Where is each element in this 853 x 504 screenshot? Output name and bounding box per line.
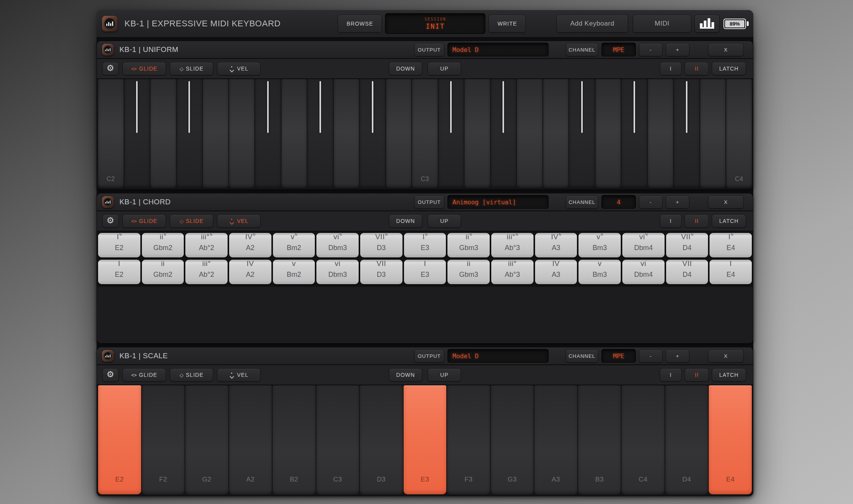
settings-button[interactable]: ⚙ (102, 62, 119, 75)
glide-button[interactable]: <>GLIDE (123, 214, 166, 228)
chord-pad-VII-D4[interactable]: VIID4 (666, 260, 708, 284)
output-display[interactable]: Model D (447, 43, 549, 57)
uniform-key-2[interactable] (124, 79, 150, 188)
chord-pad-iii-Ab3[interactable]: iii°Ab°3 (491, 260, 534, 284)
settings-button[interactable]: ⚙ (102, 368, 119, 381)
close-section-button[interactable]: X (708, 43, 744, 56)
uniform-key-3[interactable] (150, 79, 176, 188)
uniform-key-24[interactable] (700, 79, 726, 188)
chord-pad-I-E2[interactable]: IE2 (98, 260, 140, 284)
uniform-key-12[interactable] (386, 79, 412, 188)
browse-button[interactable]: BROWSE (338, 15, 382, 33)
channel-display[interactable]: MPE (601, 43, 636, 57)
scale-key-G2[interactable]: G2 (185, 385, 228, 494)
uniform-key-14[interactable] (439, 79, 464, 188)
scale-key-B2[interactable]: B2 (273, 385, 316, 494)
settings-button[interactable]: ⚙ (102, 214, 119, 228)
layer-two-button[interactable]: II (685, 368, 709, 381)
slide-button[interactable]: ◇SLIDE (170, 368, 213, 381)
scale-key-G3[interactable]: G3 (491, 385, 534, 494)
uniform-key-16[interactable] (491, 79, 516, 188)
chord-pad-ii6-Gbm2[interactable]: ii6Gbm2 (142, 233, 184, 257)
channel-minus-button[interactable]: - (639, 43, 663, 56)
output-button[interactable]: OUTPUT (414, 349, 444, 362)
octave-up-button[interactable]: UP (428, 368, 461, 381)
latch-button[interactable]: LATCH (712, 214, 746, 228)
uniform-key-10[interactable] (334, 79, 359, 188)
chord-pad-iii-Ab2[interactable]: iii°Ab°2 (185, 260, 228, 284)
channel-display[interactable]: MPE (601, 349, 636, 363)
close-section-button[interactable]: X (708, 349, 744, 362)
chord-pad-vi6-Dbm4[interactable]: vi6Dbm4 (622, 233, 665, 257)
octave-down-button[interactable]: DOWN (389, 62, 422, 75)
uniform-key-19[interactable] (569, 79, 595, 188)
chord-pad-vi-Dbm3[interactable]: viDbm3 (316, 260, 359, 284)
scale-key-F3[interactable]: F3 (447, 385, 490, 494)
channel-plus-button[interactable]: + (666, 349, 689, 362)
scale-key-C3[interactable]: C3 (316, 385, 359, 494)
channel-button[interactable]: CHANNEL (566, 43, 598, 56)
channel-display[interactable]: 4 (601, 195, 636, 209)
scale-key-D3[interactable]: D3 (360, 385, 403, 494)
chord-pad-ii-Gbm3[interactable]: iiGbm3 (447, 260, 490, 284)
session-display[interactable]: SESSION INIT (385, 13, 485, 34)
vel-button[interactable]: VEL (217, 368, 261, 381)
layer-two-button[interactable]: II (685, 62, 709, 75)
channel-minus-button[interactable]: - (639, 349, 663, 362)
vel-button[interactable]: VEL (217, 214, 261, 228)
slide-button[interactable]: ◇SLIDE (170, 62, 213, 75)
scale-key-E2[interactable]: E2 (98, 385, 141, 494)
chord-pad-vi6-Dbm3[interactable]: vi6Dbm3 (316, 233, 359, 257)
scale-key-F2[interactable]: F2 (142, 385, 185, 494)
uniform-key-8[interactable] (281, 79, 307, 188)
scale-key-A3[interactable]: A3 (534, 385, 577, 494)
uniform-key-25[interactable]: C4 (726, 79, 752, 188)
latch-button[interactable]: LATCH (712, 62, 746, 75)
glide-button[interactable]: <>GLIDE (123, 368, 166, 381)
uniform-key-18[interactable] (543, 79, 569, 188)
chord-pad-v6-Bm3[interactable]: v6Bm3 (578, 233, 621, 257)
channel-plus-button[interactable]: + (666, 195, 689, 209)
levels-button[interactable] (694, 15, 720, 33)
chord-pad-I-E4[interactable]: IE4 (710, 260, 752, 284)
scale-key-D4[interactable]: D4 (665, 385, 708, 494)
glide-button[interactable]: <>GLIDE (123, 62, 166, 75)
chord-pad-IV-A3[interactable]: IVA3 (535, 260, 577, 284)
vel-button[interactable]: VEL (217, 62, 261, 75)
chord-pad-VII6-D4[interactable]: VII6D4 (666, 233, 708, 257)
chord-pad-VII6-D3[interactable]: VII6D3 (360, 233, 402, 257)
add-keyboard-button[interactable]: Add Keyboard (556, 15, 628, 33)
chord-pad-I6-E4[interactable]: I6E4 (710, 233, 752, 257)
uniform-key-23[interactable] (674, 79, 699, 188)
uniform-key-13[interactable]: C3 (412, 79, 438, 188)
layer-two-button[interactable]: II (685, 214, 709, 228)
uniform-key-11[interactable] (360, 79, 385, 188)
output-button[interactable]: OUTPUT (414, 195, 444, 209)
uniform-key-20[interactable] (596, 79, 621, 188)
uniform-key-21[interactable] (622, 79, 647, 188)
octave-down-button[interactable]: DOWN (389, 214, 422, 228)
write-button[interactable]: WRITE (489, 15, 526, 33)
slide-button[interactable]: ◇SLIDE (170, 214, 213, 228)
chord-pad-IV-A2[interactable]: IVA2 (229, 260, 271, 284)
uniform-key-7[interactable] (255, 79, 281, 188)
latch-button[interactable]: LATCH (712, 368, 746, 381)
octave-up-button[interactable]: UP (428, 214, 461, 228)
uniform-key-9[interactable] (307, 79, 333, 188)
chord-pad-I6-E3[interactable]: I6E3 (404, 233, 446, 257)
channel-button[interactable]: CHANNEL (566, 349, 598, 362)
midi-button[interactable]: MIDI (633, 15, 691, 33)
chord-pad-I-E3[interactable]: IE3 (404, 260, 446, 284)
chord-pad-iii6-Ab2[interactable]: iii°6Ab°2 (185, 233, 228, 257)
scale-key-B3[interactable]: B3 (578, 385, 621, 494)
output-button[interactable]: OUTPUT (414, 43, 444, 56)
chord-pad-IV6-A3[interactable]: IV6A3 (535, 233, 577, 257)
output-display[interactable]: Animoog [virtual] (447, 195, 549, 209)
chord-pad-IV6-A2[interactable]: IV6A2 (229, 233, 271, 257)
chord-pad-v-Bm3[interactable]: vBm3 (578, 260, 621, 284)
uniform-key-4[interactable] (177, 79, 202, 188)
close-section-button[interactable]: X (708, 195, 744, 209)
scale-key-A2[interactable]: A2 (229, 385, 272, 494)
uniform-key-6[interactable] (229, 79, 255, 188)
output-display[interactable]: Model D (447, 349, 549, 363)
